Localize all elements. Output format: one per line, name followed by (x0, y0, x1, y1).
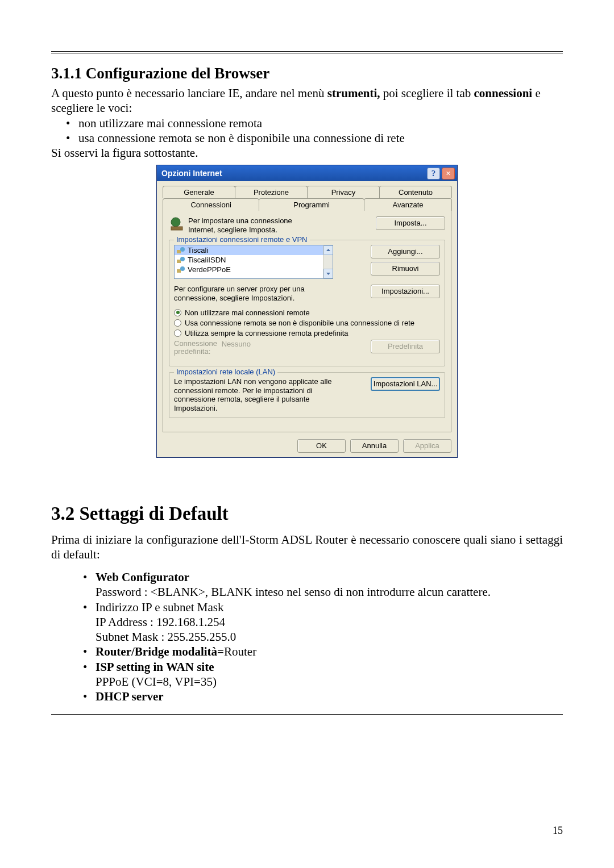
list-item-label: TiscaliISDN (188, 256, 226, 264)
internet-options-dialog: Opzioni Internet ? × Generale Protezione… (156, 165, 458, 457)
svg-rect-5 (177, 260, 181, 263)
scroll-down-icon[interactable] (323, 269, 333, 278)
intro-b: poi scegliere il tab (380, 86, 474, 100)
list-item-verdepppoe[interactable]: VerdePPPoE (175, 265, 333, 274)
tab-privacy[interactable]: Privacy (307, 186, 380, 198)
intro-bold-strumenti: strumenti, (327, 86, 380, 100)
radio-dot (174, 319, 181, 327)
intro-a: A questo punto è necessario lanciare IE,… (51, 86, 327, 100)
svg-point-6 (180, 257, 185, 261)
connection-icon (176, 256, 185, 264)
tab-generale[interactable]: Generale (163, 186, 235, 198)
list-item-tiscali[interactable]: Tiscali (175, 245, 333, 255)
radio-dot (174, 329, 181, 337)
def-label: ISP setting in WAN site (96, 660, 214, 674)
list-item-tiscali-isdn[interactable]: TiscaliISDN (175, 255, 333, 265)
impostazioni-button[interactable]: Impostazioni... (371, 285, 440, 298)
svg-rect-7 (177, 269, 181, 273)
bullet-use-remote: usa connessione remota se non è disponib… (78, 131, 563, 145)
tab-connessioni[interactable]: Connessioni (163, 198, 259, 211)
tab-protezione[interactable]: Protezione (235, 186, 308, 198)
imposta-button[interactable]: Imposta... (376, 216, 445, 230)
aggiungi-button[interactable]: Aggiungi... (371, 245, 440, 258)
svg-point-8 (180, 266, 185, 271)
def-value: Subnet Mask : 255.255.255.0 (96, 630, 236, 644)
dialog-footer-buttons: OK Annulla Applica (157, 435, 457, 457)
dialog-titlebar: Opzioni Internet ? × (157, 165, 457, 181)
def-dhcp: DHCP server (96, 689, 563, 704)
bottom-rule (51, 714, 563, 715)
radio-always-default[interactable]: Utilizza sempre la connessione remota pr… (174, 329, 440, 337)
tab-pane-connessioni: Per impostare una connessione Internet, … (163, 210, 451, 432)
radio-never-remote[interactable]: Non utilizzare mai connessioni remote (174, 308, 440, 317)
tab-contenuto[interactable]: Contenuto (379, 186, 452, 198)
def-label: Indirizzo IP e subnet Mask (96, 600, 224, 614)
tabs-row-front: Connessioni Programmi Avanzate (163, 198, 451, 211)
group-lan: Impostazioni rete locale (LAN) Le impost… (169, 372, 445, 418)
impostazioni-lan-button[interactable]: Impostazioni LAN... (371, 377, 440, 391)
heading-32: 3.2 Settaggi di Default (51, 503, 563, 524)
def-web-configurator: Web Configurator Password : <BLANK>, BLA… (96, 570, 563, 600)
proxy-text: Per configurare un server proxy per una … (174, 285, 322, 302)
radio-label: Usa connessione remota se non è disponib… (185, 319, 414, 327)
heading-311: 3.1.1 Configurazione del Browser (51, 65, 563, 82)
def-isp-wan: ISP setting in WAN site PPPoE (VCI=8, VP… (96, 660, 563, 690)
listbox-scrollbar[interactable] (323, 245, 333, 278)
svg-point-4 (180, 247, 185, 252)
def-value: Router (224, 645, 256, 658)
close-icon[interactable]: × (442, 168, 455, 180)
default-connection-value: Nessuno (222, 340, 251, 348)
setup-text: Per impostare una connessione Internet, … (188, 216, 313, 234)
annulla-button[interactable]: Annulla (350, 439, 399, 453)
default-connection-label: Connessione predefinita: (174, 340, 219, 356)
observe-line: Si osservi la figura sottostante. (51, 145, 563, 160)
def-label: DHCP server (96, 690, 164, 703)
def-value: IP Address : 192.168.1.254 (96, 615, 225, 629)
sec32-intro: Prima di iniziare la configurazione dell… (51, 532, 563, 562)
radio-label: Utilizza sempre la connessione remota pr… (185, 329, 349, 337)
ok-button[interactable]: OK (297, 439, 346, 453)
group-vpn-legend: Impostazioni connessioni remote e VPN (174, 235, 310, 244)
dialog-title: Opzioni Internet (161, 169, 222, 178)
list-item-label: VerdePPPoE (188, 265, 231, 274)
connections-listbox[interactable]: Tiscali TiscaliISDN VerdePPPoE (174, 245, 333, 279)
scroll-up-icon[interactable] (323, 245, 333, 255)
lan-text: Le impostazioni LAN non vengono applicat… (174, 377, 339, 412)
svg-rect-2 (171, 227, 182, 230)
def-router-bridge: Router/Bridge modalità=Router (96, 644, 563, 659)
globe-icon (169, 216, 185, 232)
page-number: 15 (553, 825, 563, 837)
radio-use-if-no-net[interactable]: Usa connessione remota se non è disponib… (174, 319, 440, 327)
def-ip-subnet: Indirizzo IP e subnet Mask IP Address : … (96, 600, 563, 645)
def-label: Web Configurator (96, 570, 189, 584)
radio-dot-selected (174, 309, 181, 316)
dialog-screenshot: Opzioni Internet ? × Generale Protezione… (51, 165, 563, 457)
intro-paragraph: A questo punto è necessario lanciare IE,… (51, 86, 563, 116)
top-rule (51, 51, 563, 53)
rimuovi-button[interactable]: Rimuovi (371, 262, 440, 276)
default-connection-row: Connessione predefinita: Nessuno (174, 340, 251, 356)
list-item-label: Tiscali (188, 246, 208, 254)
intro-bold-connessioni: connessioni (474, 86, 533, 100)
tab-programmi[interactable]: Programmi (259, 198, 364, 211)
help-icon[interactable]: ? (427, 168, 440, 180)
radio-label: Non utilizzare mai connessioni remote (185, 308, 310, 317)
connection-icon (176, 266, 185, 274)
def-value: PPPoE (VCI=8, VPI=35) (96, 675, 217, 688)
tab-avanzate[interactable]: Avanzate (364, 198, 452, 211)
group-vpn: Impostazioni connessioni remote e VPN Ti… (169, 240, 445, 366)
applica-button: Applica (403, 439, 451, 453)
def-value: Password : <BLANK>, BLANK inteso nel sen… (96, 585, 491, 599)
def-label: Router/Bridge modalità= (96, 645, 224, 658)
connection-icon (176, 247, 185, 254)
group-lan-legend: Impostazioni rete locale (LAN) (174, 368, 277, 376)
bullet-no-remote: non utilizzare mai connessione remota (78, 116, 563, 131)
tabs-row-back: Generale Protezione Privacy Contenuto (163, 186, 451, 198)
predefinita-button: Predefinita (371, 340, 440, 353)
svg-rect-3 (177, 250, 181, 253)
